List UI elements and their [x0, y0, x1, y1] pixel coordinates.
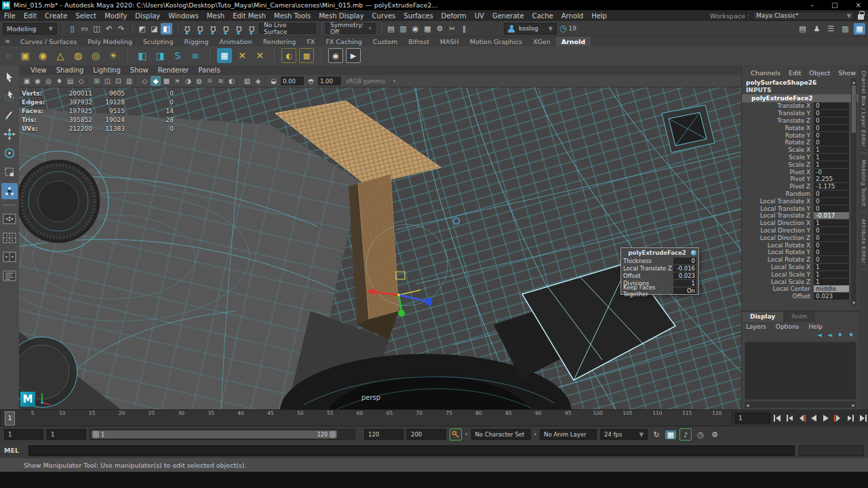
workspace-lock-icon[interactable]	[858, 14, 864, 20]
channel-sliders-icon[interactable]: ☰	[825, 23, 837, 35]
sidebar-vertical-tab[interactable]: Attribute Editor	[861, 219, 867, 270]
viewport-canvas[interactable]: Verts:20001196050 Edges:397932191280 Fac…	[19, 87, 741, 409]
shelf-tab[interactable]: Bifrost	[403, 37, 435, 47]
channel-value-field[interactable]: 0	[814, 139, 849, 146]
new-scene-icon[interactable]: ▯	[66, 23, 78, 35]
shelf-separator[interactable]	[210, 48, 210, 63]
depth-of-field-icon[interactable]: ◐	[226, 76, 237, 86]
menubar-item[interactable]: Mesh Display	[315, 12, 368, 20]
node-name[interactable]: polySurfaceShape26	[742, 79, 859, 87]
isolate-select-icon[interactable]: ▧	[242, 76, 252, 86]
channel-value-field[interactable]: 1	[814, 271, 849, 278]
xray-icon[interactable]: ◈	[253, 76, 263, 86]
character-set-dropdown[interactable]: No Character Set	[471, 429, 531, 440]
scroll-left-icon[interactable]: ◀	[746, 403, 749, 407]
gamma-field[interactable]: 1.00	[318, 77, 341, 85]
layout-two-pane-button[interactable]	[1, 249, 18, 265]
menubar-item[interactable]: Windows	[164, 12, 203, 20]
make-live-icon[interactable]: Ω	[246, 23, 258, 35]
render-sequence-icon[interactable]: ▦	[422, 23, 433, 35]
select-tool[interactable]	[1, 69, 18, 85]
mute-audio-icon[interactable]: ♪	[679, 428, 692, 441]
viewport-menu-item[interactable]: Show	[125, 66, 153, 74]
menubar-item[interactable]: Edit Mesh	[229, 12, 270, 20]
layout-single-pane-button[interactable]	[1, 211, 18, 227]
channel-value-field[interactable]: 0	[814, 117, 849, 124]
lasso-tool[interactable]	[1, 88, 18, 104]
wireframe-display-icon[interactable]: ◇	[140, 76, 150, 86]
poly-extrude-overlay-panel[interactable]: polyExtrudeFace2 Thickness 0 Local Trans…	[620, 247, 699, 295]
arnold-render-icon[interactable]: ◉	[328, 48, 343, 63]
cut-icon[interactable]: ✂	[446, 23, 458, 35]
open-scene-icon[interactable]: ▭	[79, 23, 90, 35]
symmetry-dropdown[interactable]: Symmetry: Off▾	[326, 23, 376, 34]
render-settings-icon[interactable]: ⚙	[434, 23, 446, 35]
scroll-up-icon[interactable]: ▲	[851, 79, 856, 85]
channel-value-field[interactable]: -1.175	[814, 183, 849, 190]
channel-value-field[interactable]: 0	[814, 110, 849, 117]
channel-value-field[interactable]: 1	[814, 264, 849, 270]
command-line-mode-button[interactable]: MEL	[4, 447, 24, 454]
exposure-field[interactable]: 0.00	[281, 77, 304, 85]
menubar-item[interactable]: Display	[131, 12, 164, 20]
toolbar-separator[interactable]	[135, 77, 139, 86]
user-dropdown[interactable]: koslog▼	[504, 23, 557, 35]
light-filter-icon[interactable]: ◐	[281, 48, 296, 63]
layer-editor-tab[interactable]: Anim	[783, 312, 815, 322]
channel-box-menu-item[interactable]: Object	[806, 69, 833, 77]
snap-curve-icon[interactable]: Ω	[195, 23, 206, 35]
snap-view-plane-icon[interactable]: Ω	[233, 23, 245, 35]
image-plane-icon[interactable]: ▤	[65, 76, 75, 86]
film-gate-icon[interactable]: ⊞	[92, 76, 102, 86]
anim-layer-arrow-icon[interactable]: ▾	[534, 432, 537, 437]
shelf-tab[interactable]: Rigging	[178, 37, 214, 47]
layer-from-selected-icon[interactable]: ♦	[848, 331, 854, 340]
shelf-options-icon[interactable]: ○	[3, 53, 15, 59]
channel-value-field[interactable]: 0	[814, 132, 849, 139]
snap-point-icon[interactable]: Ω	[208, 23, 219, 35]
play-backwards-button[interactable]	[808, 413, 819, 424]
pause-icon[interactable]: ‖	[458, 23, 470, 35]
select-object-icon[interactable]: ◪	[149, 23, 160, 35]
channel-value-field[interactable]: 2.255	[814, 176, 849, 182]
snap-grid-icon[interactable]: Ω	[182, 23, 193, 35]
toolbar-separator[interactable]	[237, 77, 241, 86]
menubar-item[interactable]: Modify	[100, 12, 131, 20]
shelf-tab[interactable]: FX Caching	[320, 37, 367, 47]
light-portal-icon[interactable]: ◍	[71, 48, 85, 63]
channel-value-field[interactable]: 0	[814, 125, 849, 131]
channel-value-field[interactable]: 0	[814, 198, 849, 205]
shelf-separator[interactable]	[321, 48, 321, 63]
exposure-icon[interactable]: ◒	[269, 76, 279, 86]
layout-outliner-button[interactable]	[1, 268, 18, 284]
shelf-tab[interactable]: Rendering	[258, 37, 302, 47]
skydome-light-icon[interactable]: ◉	[35, 48, 50, 63]
character-controls-icon[interactable]: ♟	[811, 23, 823, 35]
viewport-menu-item[interactable]: View	[26, 66, 52, 74]
channel-value-field[interactable]: 1	[814, 154, 849, 161]
overlay-value-field[interactable]: -0.016	[673, 265, 696, 272]
select-component-icon[interactable]: ◧	[161, 23, 172, 35]
save-scene-icon[interactable]: ◫	[91, 23, 102, 35]
move-layer-up-icon[interactable]: ◄	[817, 331, 822, 340]
standin-export-icon[interactable]: ◨	[153, 48, 167, 63]
step-back-key-button[interactable]	[796, 413, 807, 424]
motion-blur-icon[interactable]: ☼	[205, 76, 215, 86]
shelf-tab[interactable]: Motion Graphics	[465, 37, 528, 47]
attribute-editor-toggle-icon[interactable]: ▥	[840, 23, 851, 35]
modeling-toolkit-toggle-icon[interactable]: ▦	[854, 23, 865, 35]
sidebar-vertical-tab[interactable]: Channel Box / Layer Editor	[861, 70, 867, 153]
layer-editor-menu-item[interactable]: Options	[776, 323, 800, 330]
occlusion-icon[interactable]: ◍	[194, 76, 204, 86]
camera-attributes-icon[interactable]: ◎	[43, 76, 54, 86]
animation-start-field[interactable]: 1	[4, 429, 43, 440]
fps-dropdown[interactable]: 24 fps▼	[600, 429, 648, 440]
shelf-menu-icon[interactable]: ≡	[0, 38, 15, 45]
range-end-handle[interactable]	[330, 431, 336, 438]
shelf-separator[interactable]	[274, 48, 275, 63]
playback-start-field[interactable]: 1	[47, 429, 86, 440]
scroll-right-icon[interactable]: ▶	[852, 403, 855, 407]
character-set-arrow-icon[interactable]: ▾	[465, 432, 468, 437]
channel-value-field[interactable]: 1	[814, 279, 849, 285]
light-blocker-icon[interactable]: ▩	[299, 48, 314, 63]
